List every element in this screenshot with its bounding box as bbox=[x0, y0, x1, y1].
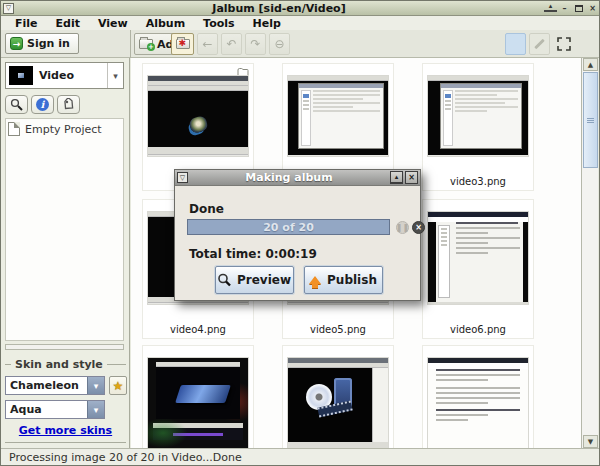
scroll-down-button[interactable]: ▼ bbox=[583, 435, 598, 448]
star-icon: ★ bbox=[113, 379, 124, 393]
thumbnail-caption: video3.png bbox=[450, 176, 506, 187]
album-selector-value: Video bbox=[39, 69, 107, 82]
dialog-title: Making album bbox=[188, 171, 390, 184]
thumbnail-image bbox=[288, 358, 388, 448]
rotate-right-button[interactable]: ↷ bbox=[245, 33, 266, 55]
menu-edit[interactable]: Edit bbox=[48, 17, 88, 30]
tree-horizontal-scrollbar[interactable] bbox=[5, 344, 124, 350]
album-thumbnail-icon bbox=[9, 66, 33, 85]
sign-in-icon: → bbox=[10, 37, 23, 50]
making-album-dialog: ▽ Making album ▴ × Done 20 of 20 ❚❚ × To… bbox=[174, 169, 421, 301]
thumbnail-video6[interactable]: video6.png bbox=[422, 199, 534, 339]
vertical-scrollbar[interactable]: ▲ ▼ bbox=[581, 58, 598, 448]
album-selector[interactable]: Video ▾ bbox=[5, 62, 124, 89]
thumbnail-video9[interactable] bbox=[422, 345, 534, 448]
film-reel-logo bbox=[188, 115, 208, 134]
skin-select-value: Chameleon bbox=[6, 379, 87, 392]
add-folder-icon: + bbox=[139, 39, 153, 49]
thumbnail-image bbox=[148, 358, 248, 448]
sidebar-splitter[interactable] bbox=[129, 58, 130, 448]
chevron-down-icon: ▾ bbox=[107, 63, 123, 88]
view-mode-button[interactable] bbox=[505, 33, 526, 55]
project-tree: Empty Project bbox=[5, 118, 124, 341]
progress-bar: 20 of 20 bbox=[187, 219, 390, 235]
sidebar: Video ▾ i Empty Project Skin and style bbox=[1, 58, 130, 448]
skin-preview-button[interactable]: ★ bbox=[109, 376, 127, 395]
status-bar: Processing image 20 of 20 in Video...Don… bbox=[1, 448, 600, 466]
sign-in-button[interactable]: → Sign in bbox=[5, 33, 79, 54]
preview-magnifier-icon bbox=[217, 273, 231, 287]
rotate-left-button[interactable]: ↶ bbox=[221, 33, 242, 55]
minimize-button[interactable]: – bbox=[558, 2, 571, 14]
close-button[interactable]: × bbox=[586, 2, 599, 14]
search-icon bbox=[10, 98, 23, 111]
thumbnail-image bbox=[428, 76, 528, 156]
dialog-status-label: Done bbox=[189, 202, 224, 216]
scroll-up-button[interactable]: ▲ bbox=[583, 58, 598, 71]
scrollbar-grip bbox=[584, 117, 597, 123]
style-select[interactable]: Aqua ▾ bbox=[5, 400, 105, 419]
chevron-down-icon: ▾ bbox=[87, 377, 104, 394]
thumbnail-image bbox=[148, 76, 248, 156]
menu-bar: File Edit View Album Tools Help bbox=[1, 16, 600, 30]
thumbnail-image bbox=[288, 76, 388, 156]
window-title: Jalbum [sid-en/Video] bbox=[14, 2, 544, 15]
sidebar-tool-row: i bbox=[5, 95, 80, 114]
toolbar-divider bbox=[130, 30, 131, 58]
get-more-skins-link[interactable]: Get more skins bbox=[1, 424, 130, 437]
menu-view[interactable]: View bbox=[90, 17, 136, 30]
thumbnail-caption: video6.png bbox=[450, 324, 506, 335]
back-button[interactable]: ← bbox=[197, 33, 218, 55]
preview-label: Preview bbox=[237, 273, 291, 287]
dialog-close-button[interactable]: × bbox=[405, 171, 418, 184]
progress-label: 20 of 20 bbox=[263, 221, 314, 234]
thumbnail-video7[interactable] bbox=[142, 345, 254, 448]
dialog-publish-button[interactable]: Publish bbox=[304, 266, 383, 294]
preview-button[interactable]: Preview bbox=[215, 266, 294, 294]
style-select-value: Aqua bbox=[6, 403, 87, 416]
dialog-titlebar: ▽ Making album ▴ × bbox=[175, 170, 420, 186]
fullscreen-button[interactable] bbox=[554, 34, 574, 54]
edit-button[interactable] bbox=[529, 33, 550, 55]
scrollbar-thumb[interactable] bbox=[583, 72, 598, 168]
stop-button[interactable]: × bbox=[412, 221, 425, 234]
menu-file[interactable]: File bbox=[7, 17, 46, 30]
skin-style-header-label: Skin and style bbox=[15, 358, 103, 371]
thumbnail-video8[interactable] bbox=[282, 345, 394, 448]
publish-arrow-icon bbox=[309, 276, 321, 284]
total-time-label: Total time: 0:00:19 bbox=[189, 247, 317, 261]
shade-button[interactable]: ▴ bbox=[544, 2, 557, 12]
maximize-button[interactable] bbox=[572, 2, 585, 14]
dialog-publish-label: Publish bbox=[327, 273, 377, 287]
thumbnail-video3[interactable]: video3.png bbox=[422, 63, 534, 191]
window-titlebar: ▽ Jalbum [sid-en/Video] ▴ – × bbox=[1, 1, 600, 16]
status-text: Processing image 20 of 20 in Video...Don… bbox=[9, 451, 242, 464]
dialog-window-icon: ▽ bbox=[177, 172, 188, 183]
camera-folder-icon: ✱ bbox=[176, 39, 190, 49]
tag-icon bbox=[62, 98, 75, 111]
window-menu-icon[interactable]: ▽ bbox=[3, 3, 14, 14]
tags-button[interactable] bbox=[57, 95, 80, 114]
info-icon: i bbox=[36, 98, 49, 111]
pause-button[interactable]: ❚❚ bbox=[396, 221, 409, 234]
thumbnail-caption: video5.png bbox=[310, 324, 366, 335]
remove-button[interactable]: ⊖ bbox=[269, 33, 290, 55]
menu-album[interactable]: Album bbox=[138, 17, 193, 30]
search-button[interactable] bbox=[5, 95, 28, 114]
skin-select[interactable]: Chameleon ▾ bbox=[5, 376, 105, 395]
skin-style-header[interactable]: Skin and style bbox=[5, 358, 126, 371]
import-camera-button[interactable]: ✱ bbox=[171, 33, 194, 55]
info-button[interactable]: i bbox=[31, 95, 54, 114]
dialog-shade-button[interactable]: ▴ bbox=[390, 171, 403, 184]
fullscreen-icon bbox=[557, 37, 571, 51]
tree-item-empty-project[interactable]: Empty Project bbox=[6, 119, 123, 139]
menu-tools[interactable]: Tools bbox=[195, 17, 242, 30]
menu-help[interactable]: Help bbox=[245, 17, 289, 30]
toolbar: → Sign in + Add ✱ ← ↶ ↷ ⊖ bbox=[1, 30, 600, 58]
xine-logo bbox=[175, 385, 231, 403]
pencil-icon bbox=[534, 39, 545, 50]
chevron-down-icon: ▾ bbox=[87, 401, 104, 418]
thumbnail-image bbox=[428, 212, 528, 304]
page-icon bbox=[8, 122, 20, 136]
maximize-icon bbox=[575, 5, 583, 12]
